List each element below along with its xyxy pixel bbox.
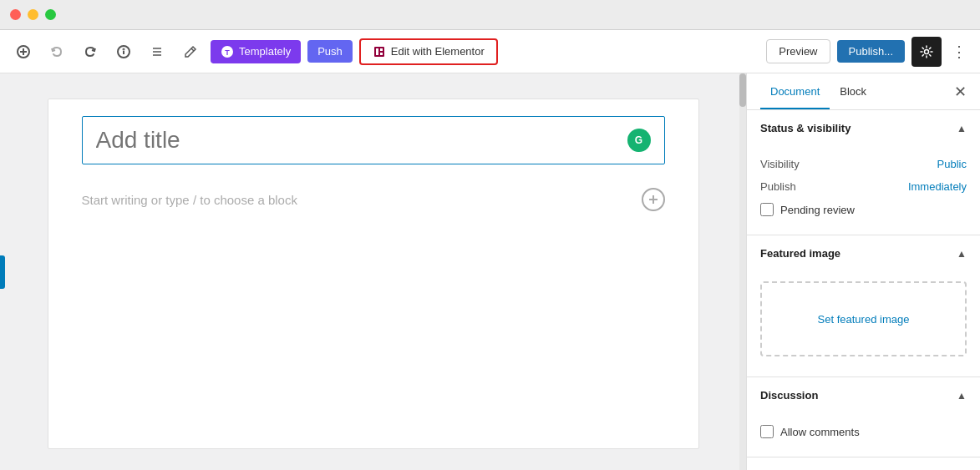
set-featured-image-button[interactable]: Set featured image — [760, 281, 967, 356]
visibility-row: Visibility Public — [760, 153, 967, 175]
publish-button[interactable]: Publish... — [837, 40, 905, 63]
main-layout: G Start writing or type / to choose a bl… — [0, 73, 980, 470]
block-hint-text: Start writing or type / to choose a bloc… — [82, 193, 297, 207]
discussion-content: Allow comments — [747, 413, 980, 457]
drag-handle[interactable] — [0, 255, 5, 289]
svg-rect-14 — [380, 48, 383, 51]
sidebar: Document Block ✕ Status & visibility ▲ V… — [746, 73, 980, 470]
block-hint-area: Start writing or type / to choose a bloc… — [82, 181, 665, 218]
discussion-title: Discussion — [760, 389, 818, 402]
featured-image-chevron: ▲ — [957, 248, 967, 260]
allow-comments-row: Allow comments — [760, 420, 967, 443]
status-visibility-title: Status & visibility — [760, 122, 851, 134]
preview-button[interactable]: Preview — [766, 39, 830, 63]
publish-row: Publish Immediately — [760, 175, 967, 198]
pencil-button[interactable] — [177, 38, 204, 65]
tab-block[interactable]: Block — [830, 73, 876, 109]
close-icon: ✕ — [954, 83, 967, 100]
discussion-chevron: ▲ — [957, 390, 967, 402]
visibility-value[interactable]: Public — [937, 158, 967, 170]
editor-area: G Start writing or type / to choose a bl… — [0, 73, 746, 470]
publish-label-sidebar: Publish — [760, 180, 796, 193]
discussion-section: Discussion ▲ Allow comments — [747, 377, 980, 457]
sidebar-tabs: Document Block ✕ — [747, 73, 980, 110]
pending-review-checkbox[interactable] — [760, 203, 774, 216]
traffic-light-yellow[interactable] — [28, 9, 38, 20]
more-icon: ⋮ — [952, 43, 967, 60]
push-label: Push — [317, 45, 343, 58]
pending-review-row: Pending review — [760, 198, 967, 221]
svg-point-16 — [925, 49, 929, 53]
list-view-button[interactable] — [144, 38, 170, 65]
editor-content: G Start writing or type / to choose a bl… — [48, 99, 699, 449]
editor-scrollbar-thumb[interactable] — [739, 73, 746, 107]
svg-rect-15 — [380, 53, 383, 55]
discussion-header[interactable]: Discussion ▲ — [747, 377, 980, 413]
info-button[interactable] — [110, 38, 137, 65]
sidebar-close-button[interactable]: ✕ — [954, 83, 967, 101]
tab-document[interactable]: Document — [760, 73, 830, 109]
push-button[interactable]: Push — [307, 40, 353, 63]
templately-button[interactable]: T Templately — [211, 40, 301, 63]
svg-line-9 — [191, 48, 194, 51]
traffic-light-red[interactable] — [10, 9, 21, 20]
publish-value[interactable]: Immediately — [908, 180, 967, 193]
settings-button[interactable] — [911, 37, 942, 67]
preview-label: Preview — [779, 45, 817, 58]
pending-review-label: Pending review — [780, 204, 855, 216]
toolbar: T Templately Push Edit with Elementor Pr… — [0, 30, 980, 73]
svg-rect-13 — [376, 48, 378, 55]
featured-image-section: Featured image ▲ Set featured image — [747, 235, 980, 377]
set-featured-image-label: Set featured image — [818, 313, 910, 326]
undo-button[interactable] — [43, 38, 70, 65]
titlebar — [0, 0, 980, 30]
status-visibility-section: Status & visibility ▲ Visibility Public … — [747, 110, 980, 235]
redo-button[interactable] — [77, 38, 104, 65]
add-block-inline-button[interactable] — [642, 188, 665, 211]
featured-image-header[interactable]: Featured image ▲ — [747, 235, 980, 271]
traffic-light-green[interactable] — [45, 9, 56, 20]
add-block-toolbar-button[interactable] — [10, 38, 37, 65]
featured-image-content: Set featured image — [747, 271, 980, 377]
svg-point-5 — [124, 48, 124, 49]
editor-scrollbar[interactable] — [739, 73, 746, 470]
title-area[interactable]: G — [82, 116, 665, 164]
tab-document-label: Document — [770, 85, 820, 98]
status-visibility-chevron: ▲ — [957, 123, 967, 134]
edit-with-elementor-button[interactable]: Edit with Elementor — [359, 38, 498, 65]
svg-rect-12 — [374, 47, 384, 57]
grammarly-icon: G — [627, 129, 651, 152]
allow-comments-checkbox[interactable] — [760, 425, 774, 438]
publish-label: Publish... — [849, 45, 893, 58]
more-options-button[interactable]: ⋮ — [948, 39, 970, 64]
svg-text:T: T — [225, 48, 230, 57]
visibility-label: Visibility — [760, 158, 800, 170]
status-visibility-content: Visibility Public Publish Immediately Pe… — [747, 146, 980, 235]
allow-comments-label: Allow comments — [780, 426, 860, 438]
status-visibility-header[interactable]: Status & visibility ▲ — [747, 110, 980, 146]
elementor-label: Edit with Elementor — [391, 45, 485, 58]
tab-block-label: Block — [840, 85, 866, 98]
templately-label: Templately — [239, 45, 291, 58]
post-title-input[interactable] — [96, 127, 627, 154]
featured-image-title: Featured image — [760, 247, 840, 260]
